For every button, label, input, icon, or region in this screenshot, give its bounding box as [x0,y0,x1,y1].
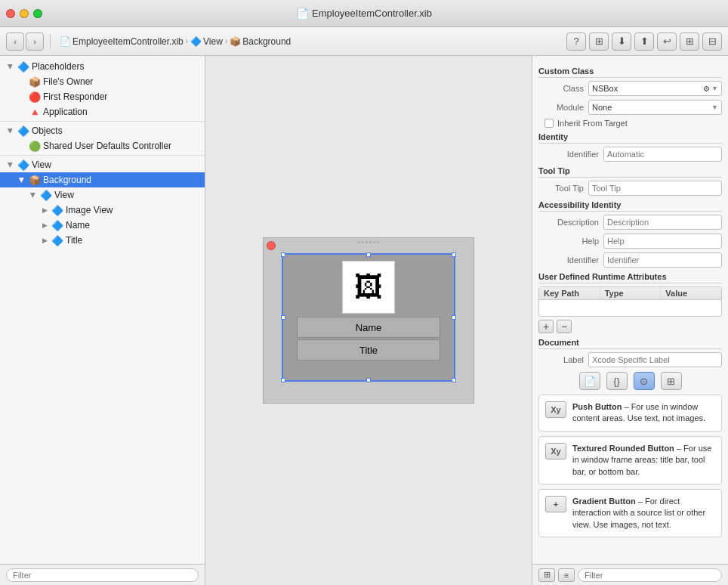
view-icon: 🔷 [190,36,202,47]
textured-button-desc: Textured Rounded Button – For use in win… [572,443,715,478]
split-view-button[interactable]: ⊞ [680,32,699,51]
user-defined-table: Key Path Type Value [538,286,722,317]
right-filter-input[interactable] [578,568,722,582]
tree-item-name[interactable]: ▶ 🔷 Name [0,218,205,233]
document-label-input[interactable] [588,352,722,367]
help-button[interactable]: ? [566,32,586,51]
tree-item-title[interactable]: ▶ 🔷 Title [0,233,205,248]
circle-icon-btn[interactable]: ⊙ [634,372,655,390]
handle-tr [452,252,456,257]
breadcrumb-item-background[interactable]: 📦 Background [230,36,291,47]
bottom-icons-row: 📄 {} ⊙ ⊞ [538,372,722,390]
title-file-icon: 📄 [296,8,309,20]
class-select[interactable]: NSBox ⚙ ▼ [588,81,722,96]
handle-bl [281,378,285,382]
tree-item-shared-user-defaults[interactable]: 🟢 Shared User Defaults Controller [0,138,205,153]
document-title: Document [538,338,722,349]
tree-item-image-view[interactable]: ▶ 🔷 Image View [0,203,205,218]
inherit-label: Inherit From Target [557,119,628,128]
inherit-checkbox[interactable] [544,119,554,128]
minimize-button[interactable] [20,9,29,18]
tree-item-application[interactable]: 🔺 Application [0,104,205,119]
tree-area: ▶ 🔷 Placeholders 📦 File's Owner 🔴 First … [0,56,205,564]
col-type: Type [600,287,662,299]
right-panel-content: Custom Class Class NSBox ⚙ ▼ Module None… [532,56,728,564]
module-select-arrow-icon: ▼ [711,104,718,111]
canvas-image-placeholder: 🖼 [342,261,395,314]
handle-ml [281,315,285,320]
module-select[interactable]: None ▼ [588,100,722,115]
obj-push-button: Xy Push Button – For use in window conte… [538,395,722,432]
tree-section-objects[interactable]: ▶ 🔷 Objects [0,123,205,138]
code-icon-btn[interactable]: {} [606,372,628,390]
identifier-input[interactable] [603,147,722,162]
a11y-description-input[interactable] [603,215,722,230]
add-item-button[interactable]: ⬇ [612,32,631,51]
right-filter-left: ⊞ ≡ [538,568,575,582]
tooltip-label: Tool Tip [538,184,584,193]
col-key-path: Key Path [539,287,600,299]
title-bar: 📄 EmployeeItemController.xib [0,0,728,27]
application-icon: 🔺 [29,107,41,118]
canvas-close-button[interactable] [267,241,276,250]
canvas-title-box: Title [297,339,440,361]
class-field-row: Class NSBox ⚙ ▼ [538,81,722,96]
a11y-help-input[interactable] [603,234,722,249]
toolbar-separator [50,34,51,49]
filter-list-icon-btn[interactable]: ≡ [558,568,575,582]
identity-title: Identity [538,132,722,144]
breadcrumb: 📄 EmployeeItemController.xib › 🔷 View › … [60,36,291,47]
forward-button[interactable]: › [26,32,44,51]
back-button[interactable]: ‹ [6,32,24,51]
main-area: ▶ 🔷 Placeholders 📦 File's Owner 🔴 First … [0,56,728,585]
push-button-desc: Push Button – For use in window content … [572,401,715,425]
library-button[interactable]: ⊟ [702,32,722,51]
grid-icon-btn[interactable]: ⊞ [661,372,682,390]
identifier-label: Identifier [538,150,599,159]
left-filter-input[interactable] [6,568,199,582]
handle-mr [452,315,456,320]
breadcrumb-item-xib[interactable]: 📄 EmployeeItemController.xib [60,36,184,47]
a11y-identifier-label: Identifier [538,255,599,265]
history-button[interactable]: ↩ [657,32,677,51]
canvas-inner-box: 🖼 Name Title [282,253,455,382]
tree-item-view[interactable]: ▶ 🔷 View [0,187,205,203]
first-responder-icon: 🔴 [29,91,41,103]
a11y-identifier-input[interactable] [603,252,722,268]
add-remove-row: + − [538,320,722,333]
right-panel: Custom Class Class NSBox ⚙ ▼ Module None… [532,56,728,585]
class-select-gear-icon: ⚙ [703,85,710,93]
tree-section-placeholders[interactable]: ▶ 🔷 Placeholders [0,59,205,74]
tree-item-first-responder[interactable]: 🔴 First Responder [0,89,205,104]
placeholders-label: Placeholders [32,61,84,72]
tree-section-view[interactable]: ▶ 🔷 View [0,157,205,172]
gradient-button-desc: Gradient Button – For direct interaction… [572,496,715,531]
textured-button-xy-icon: Xy [545,443,566,460]
objects-section-icon: 🔷 [17,125,29,137]
inspector-toggle[interactable]: ⊞ [589,32,609,51]
tooltip-input[interactable] [588,181,722,196]
filter-grid-icon-btn[interactable]: ⊞ [538,568,555,582]
close-button[interactable] [6,9,15,18]
objects-label: Objects [32,125,63,136]
canvas-name-box: Name [297,317,440,338]
expand-title-icon: ▶ [40,237,49,244]
user-defined-title: User Defined Runtime Attributes [538,272,722,283]
expand-objects-icon: ▶ [7,126,14,135]
remove-attribute-button[interactable]: − [557,320,572,333]
tree-item-background[interactable]: ▶ 📦 Background [0,172,205,187]
files-owner-label: File's Owner [43,76,93,87]
view-section-icon: 🔷 [17,159,29,171]
expand-background-icon: ▶ [18,175,26,184]
class-label: Class [538,84,584,93]
remove-item-button[interactable]: ⬆ [634,32,654,51]
expand-view-inner-icon: ▶ [29,190,37,200]
tree-item-files-owner[interactable]: 📦 File's Owner [0,74,205,89]
name-tree-label: Name [66,220,90,231]
breadcrumb-item-view[interactable]: 🔷 View [190,36,223,47]
handle-tl [281,252,285,257]
canvas-drag-handle [358,241,379,243]
doc-icon-btn[interactable]: 📄 [579,372,600,390]
add-attribute-button[interactable]: + [538,320,554,333]
maximize-button[interactable] [33,9,42,18]
